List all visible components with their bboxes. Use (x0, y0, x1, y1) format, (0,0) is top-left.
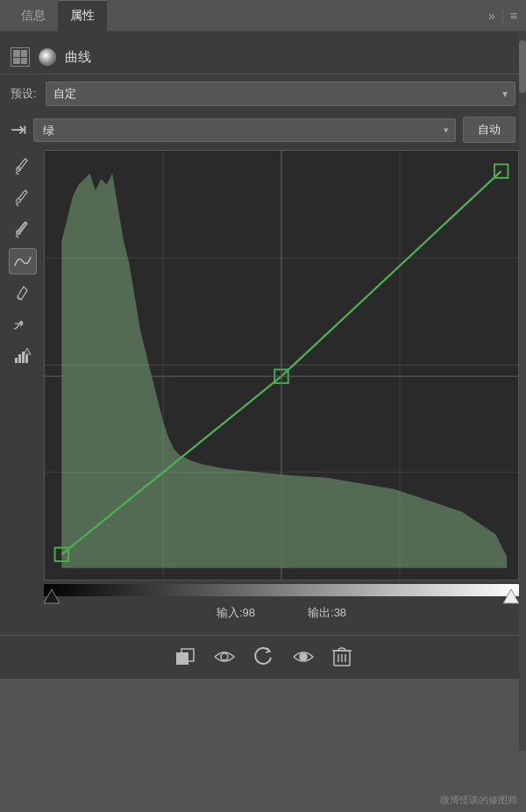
properties-panel: 曲线 预设: 自定 ▾ ⇥ 绿 RGB 红 蓝 ▾ 自动 (0, 32, 526, 679)
menu-icon[interactable]: ≡ (510, 9, 517, 23)
mask-icon (39, 48, 56, 66)
output-label: 输出:38 (308, 605, 346, 621)
slider-row (44, 581, 519, 596)
svg-line-1 (16, 172, 18, 175)
visibility-btn[interactable] (213, 648, 236, 670)
curve-area: 输入:98 输出:38 (44, 150, 519, 628)
header-tabs: 信息 属性 » ≡ (0, 0, 526, 32)
preset-label: 预设: (11, 86, 39, 102)
watermark: 微博怪谈的修图师 (440, 794, 517, 807)
visibility-icon (213, 648, 236, 666)
svg-rect-29 (176, 652, 188, 665)
curve-tool-btn[interactable] (9, 248, 37, 274)
scrollbar[interactable] (519, 32, 526, 751)
auto-button[interactable]: 自动 (463, 117, 515, 143)
clip-layer-icon (174, 647, 195, 666)
bottom-bar (0, 635, 526, 679)
eyedropper-mid-icon (15, 189, 31, 208)
clip-layer-btn[interactable] (174, 647, 195, 671)
svg-point-4 (17, 231, 21, 235)
eyedropper-white-btn[interactable] (9, 153, 37, 180)
reset-btn[interactable] (253, 647, 274, 671)
curve-title-row: 曲线 (0, 40, 526, 75)
scatter-icon[interactable]: ⇥ (11, 118, 26, 141)
io-row: 输入:98 输出:38 (44, 596, 519, 628)
svg-line-3 (16, 203, 18, 206)
svg-point-2 (17, 199, 21, 203)
black-handle[interactable] (42, 588, 61, 607)
svg-marker-28 (503, 589, 519, 603)
black-white-slider[interactable] (44, 584, 519, 596)
svg-rect-12 (25, 355, 28, 363)
reset-icon (253, 647, 274, 666)
white-handle[interactable] (501, 588, 521, 607)
scrollbar-thumb[interactable] (519, 40, 526, 93)
eyedropper-white-icon (15, 157, 31, 176)
curve-canvas[interactable] (44, 150, 519, 581)
tab-properties[interactable]: 属性 (58, 0, 107, 32)
smooth-tool-btn[interactable] (9, 311, 37, 338)
header-right: » ≡ (488, 9, 517, 23)
channel-select-wrapper: 绿 RGB 红 蓝 ▾ (33, 118, 456, 142)
grid-icon (11, 47, 30, 67)
curve-svg (45, 151, 518, 580)
svg-rect-9 (15, 358, 18, 363)
channel-left: ⇥ (11, 118, 26, 141)
preset-select[interactable]: 自定 ▾ (46, 82, 515, 106)
histogram-warning-icon: ! (13, 347, 32, 365)
main-area: ! (0, 150, 526, 628)
view-icon (292, 648, 315, 666)
eyedropper-mid-btn[interactable] (9, 185, 37, 211)
svg-text:!: ! (27, 350, 28, 355)
svg-point-31 (221, 653, 228, 660)
pencil-icon (15, 284, 31, 302)
delete-icon (332, 646, 352, 667)
tab-info[interactable]: 信息 (9, 0, 58, 32)
svg-rect-10 (18, 354, 21, 363)
view-btn[interactable] (292, 648, 315, 670)
smooth-icon (13, 317, 32, 332)
expand-icon[interactable]: » (488, 9, 495, 23)
eyedropper-black-icon (15, 220, 31, 239)
delete-btn[interactable] (332, 646, 352, 672)
channel-row: ⇥ 绿 RGB 红 蓝 ▾ 自动 (0, 113, 526, 150)
curve-title: 曲线 (65, 49, 91, 66)
eyedropper-black-btn[interactable] (9, 217, 37, 243)
pencil-tool-btn[interactable] (9, 280, 37, 306)
histogram-warning-btn[interactable]: ! (9, 343, 37, 369)
divider (502, 9, 503, 23)
curve-tool-icon (13, 253, 32, 269)
svg-point-32 (300, 653, 307, 660)
input-label: 输入:98 (217, 605, 255, 621)
svg-marker-27 (44, 589, 60, 603)
left-toolbar: ! (7, 150, 39, 628)
channel-select[interactable]: 绿 RGB 红 蓝 (33, 118, 456, 142)
preset-row: 预设: 自定 ▾ (0, 75, 526, 113)
svg-line-7 (24, 287, 27, 290)
svg-line-5 (16, 235, 18, 238)
